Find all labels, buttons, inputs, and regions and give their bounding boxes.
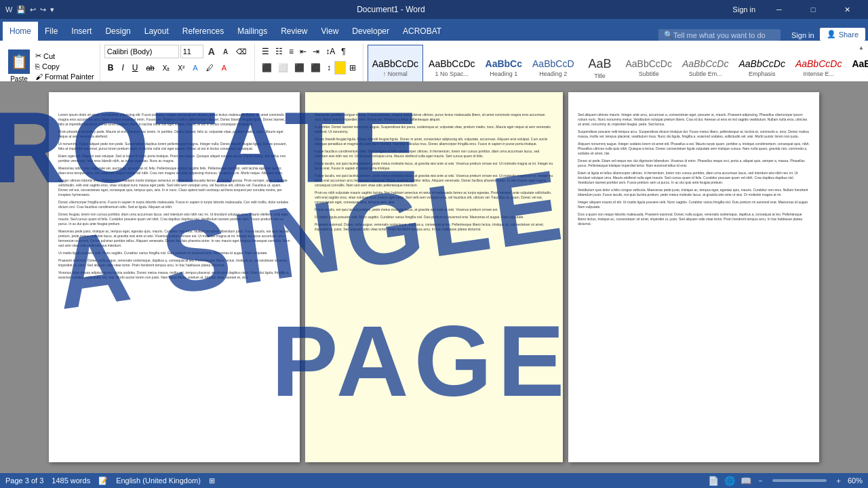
multilevel-button[interactable]: ≡ xyxy=(286,45,296,58)
style-subtle-em-name: Subtle Em... xyxy=(689,70,722,77)
tab-design[interactable]: Design xyxy=(98,22,137,41)
search-icon: 🔍 xyxy=(664,30,673,39)
bullets-button[interactable]: ☰ xyxy=(259,45,272,58)
line-spacing-button[interactable]: ↕ xyxy=(324,61,334,75)
page2-para6: Fusce iaculis, est quis lacinia pretium,… xyxy=(315,174,553,188)
style-title-name: Title xyxy=(594,73,606,79)
justify-button[interactable]: ⬛ xyxy=(308,61,323,75)
page-3: Sed aliquam ultrices mauris. Integer ant… xyxy=(568,92,819,462)
bold-button[interactable]: B xyxy=(104,61,117,75)
zoom-slider[interactable] xyxy=(772,479,827,482)
format-painter-button[interactable]: 🖌 Format Painter xyxy=(34,72,96,81)
title-left: W 💾 ↩ ↪ ▾ xyxy=(5,5,54,14)
page1-para3: Ut nonummy. Fusce aliquet pede non pede.… xyxy=(58,142,290,151)
shading-button[interactable]: ░ xyxy=(334,61,346,75)
style-nospace-preview: AaBbCcDc xyxy=(429,58,475,69)
share-button[interactable]: 👤 Share xyxy=(820,28,865,41)
tab-home[interactable]: Home xyxy=(3,22,38,41)
print-layout-view-button[interactable]: 📄 xyxy=(708,476,719,486)
borders-button[interactable]: ⊞ xyxy=(347,61,359,75)
page2-para10: Praesent euismod. Donec nulla augue, ven… xyxy=(315,222,553,232)
subscript-button[interactable]: X₂ xyxy=(159,61,174,75)
style-emphasis-preview: AaBbCcDc xyxy=(738,58,785,69)
restore-button[interactable]: □ xyxy=(797,0,829,19)
underline-button[interactable]: U xyxy=(129,61,142,75)
copy-icon: ⎘ xyxy=(35,62,40,70)
align-center-button[interactable]: ⬜ xyxy=(275,61,291,75)
page3-para2: Suspendisse posuere velit tempus arcu. S… xyxy=(578,129,810,139)
signin-button[interactable]: Sign in xyxy=(727,4,761,15)
tab-mailings[interactable]: Mailings xyxy=(231,22,274,41)
font-size-input[interactable] xyxy=(180,45,203,58)
tab-view[interactable]: View xyxy=(315,22,346,41)
increase-indent-button[interactable]: ⇥ xyxy=(310,45,322,58)
page1-para11: Praesent euismod. Donec nulla augue, ven… xyxy=(58,258,290,268)
search-input[interactable] xyxy=(673,31,775,39)
language: English (United Kingdom) xyxy=(116,476,201,485)
signin-ribbon-button[interactable]: Sign in xyxy=(786,30,820,41)
track-changes-icon: ⊞ xyxy=(209,476,215,485)
pages-row: Lorem ipsum dolor sit amet, consectetur … xyxy=(0,81,868,473)
clear-formatting-button[interactable]: ⌫ xyxy=(233,45,250,58)
title-bar: W 💾 ↩ ↪ ▾ Document1 - Word Sign in ─ □ ✕ xyxy=(0,0,868,19)
save-icon[interactable]: 💾 xyxy=(16,5,26,14)
redo-icon[interactable]: ↪ xyxy=(40,5,46,14)
paste-button[interactable]: 📋 Paste xyxy=(5,48,33,84)
tab-acrobat[interactable]: ACROBAT xyxy=(396,22,448,41)
highlight-button[interactable]: 🖊 xyxy=(203,61,217,75)
italic-button[interactable]: I xyxy=(118,61,127,75)
ribbon-search[interactable]: 🔍 xyxy=(658,29,781,41)
tab-layout[interactable]: Layout xyxy=(138,22,176,41)
align-right-button[interactable]: ⬛ xyxy=(292,61,307,75)
tab-developer[interactable]: Developer xyxy=(345,22,396,41)
numbering-button[interactable]: ☷ xyxy=(273,45,285,58)
page3-para3: Aliquam nonummy augue. Integer sodales l… xyxy=(578,142,810,156)
page-1: Lorem ipsum dolor sit amet, consectetur … xyxy=(49,92,300,462)
tab-file[interactable]: File xyxy=(38,22,64,41)
page3-para1: Sed aliquam ultrices mauris. Integer ant… xyxy=(578,113,810,127)
read-mode-view-button[interactable]: 📖 xyxy=(741,476,751,486)
close-button[interactable]: ✕ xyxy=(831,0,863,19)
superscript-button[interactable]: X² xyxy=(174,61,188,75)
page1-para12: Vivamus vitae massa adipiscing est lacin… xyxy=(58,270,290,280)
decrease-indent-button[interactable]: ⇤ xyxy=(297,45,309,58)
page3-text: Sed aliquam ultrices mauris. Integer ant… xyxy=(568,92,819,239)
cut-button[interactable]: ✂ Cut xyxy=(34,51,96,61)
status-right: 📄 🌐 📖 － ＋ 60% xyxy=(708,476,863,486)
font-color-button[interactable]: A xyxy=(218,61,230,75)
strikethrough-button[interactable]: ab xyxy=(142,61,157,75)
show-marks-button[interactable]: ¶ xyxy=(338,45,348,58)
sort-button[interactable]: ↕A xyxy=(323,45,338,58)
tab-references[interactable]: References xyxy=(176,22,231,41)
web-layout-view-button[interactable]: 🌐 xyxy=(724,476,735,486)
zoom-level[interactable]: 60% xyxy=(848,476,863,485)
font-shrink-button[interactable]: A xyxy=(220,45,231,58)
font-name-select[interactable] xyxy=(104,45,179,58)
tab-review[interactable]: Review xyxy=(274,22,314,41)
undo-icon[interactable]: ↩ xyxy=(30,5,36,14)
paste-icon: 📋 xyxy=(8,49,30,74)
cut-icon: ✂ xyxy=(35,52,41,60)
font-grow-button[interactable]: A xyxy=(205,45,218,58)
page1-text: Lorem ipsum dolor sit amet, consectetur … xyxy=(49,92,300,292)
zoom-in-button[interactable]: ＋ xyxy=(835,476,842,486)
page3-para4: Donec at pede. Etiam vel neque nec dui d… xyxy=(578,159,810,168)
zoom-out-button[interactable]: － xyxy=(757,476,764,486)
copy-button[interactable]: ⎘ Copy xyxy=(34,62,96,71)
word-count: 1485 words xyxy=(52,476,90,485)
page2-para9: Ut mattis ligula posuere velit. Nunc sag… xyxy=(315,215,553,220)
align-left-button[interactable]: ⬛ xyxy=(259,61,275,75)
ribbon-tabs: Home File Insert Design Layout Reference… xyxy=(0,19,868,41)
style-h1-preview: AaBbCc xyxy=(486,58,522,69)
word-icon: W xyxy=(5,5,12,14)
page1-para4: Etiam eget dui. Aliquam erat volutpat. S… xyxy=(58,154,290,163)
text-effects-button[interactable]: A xyxy=(189,61,201,75)
style-subtitle-preview: AaBbCcDc xyxy=(626,58,672,69)
page2-para2: In porttitor. Donec laoreet nonummy augu… xyxy=(315,125,553,134)
style-h2-name: Heading 2 xyxy=(539,70,567,77)
page2-para4: Fusce faucibus condimentum odio. Sed at … xyxy=(315,149,553,159)
collapse-ribbon-button[interactable]: ▲ xyxy=(859,42,867,51)
customize-icon[interactable]: ▾ xyxy=(50,5,54,14)
tab-insert[interactable]: Insert xyxy=(64,22,98,41)
minimize-button[interactable]: ─ xyxy=(764,0,795,19)
